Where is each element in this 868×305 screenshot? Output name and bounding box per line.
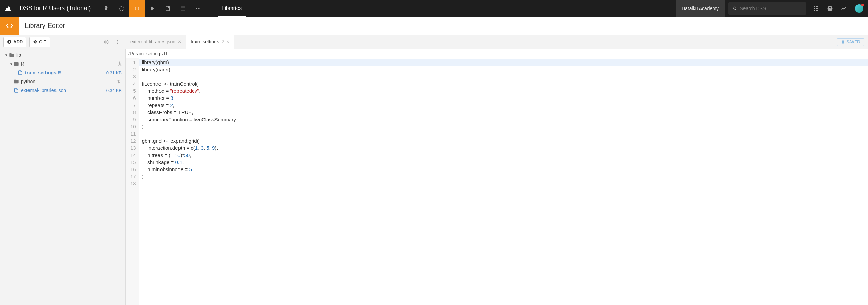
svg-rect-13 (816, 8, 817, 9)
top-navbar: DSS for R Users (Tutorial) Libraries Dat… (0, 0, 868, 17)
current-page-label[interactable]: Libraries (218, 0, 246, 17)
tab-train-settings[interactable]: train_settings.R× (186, 35, 234, 49)
play-nav-icon[interactable] (145, 0, 160, 17)
svg-point-20 (104, 40, 108, 44)
sidebar-more-icon[interactable] (113, 38, 122, 47)
search-input[interactable] (740, 6, 802, 11)
folder-icon (14, 61, 19, 67)
file-size: 0.31 KB (106, 70, 122, 75)
search-icon (732, 6, 737, 11)
svg-point-6 (196, 8, 197, 8)
editor-toolbar: ADD GIT external-libraries.json× train_s… (0, 35, 868, 49)
tree-file-train-settings[interactable]: train_settings.R 0.31 KB (0, 68, 125, 77)
svg-point-7 (198, 8, 199, 8)
svg-point-8 (199, 8, 200, 8)
svg-rect-15 (814, 10, 815, 11)
code-page-icon (0, 17, 19, 35)
svg-rect-16 (816, 10, 817, 11)
file-size: 0.34 KB (106, 88, 122, 93)
tree-folder-python[interactable]: python ⅌ (0, 77, 125, 86)
svg-rect-17 (817, 10, 818, 11)
nav-icon-group (99, 0, 206, 17)
tab-external-libraries[interactable]: external-libraries.json× (126, 35, 186, 49)
circle-nav-icon[interactable] (114, 0, 129, 17)
flow-icon[interactable] (99, 0, 114, 17)
tree-file-external-libraries[interactable]: external-libraries.json 0.34 KB (0, 86, 125, 95)
tree-folder-r[interactable]: ▼ R ℛ (0, 59, 125, 68)
svg-rect-10 (816, 6, 817, 7)
project-name[interactable]: DSS for R Users (Tutorial) (16, 5, 95, 12)
svg-text:?: ? (829, 6, 831, 10)
svg-rect-14 (817, 8, 818, 9)
layout-nav-icon[interactable] (175, 0, 190, 17)
svg-rect-9 (814, 6, 815, 7)
academy-button[interactable]: Dataiku Academy (676, 0, 725, 17)
file-icon (14, 88, 19, 93)
save-nav-icon[interactable] (160, 0, 175, 17)
svg-rect-11 (817, 6, 818, 7)
svg-point-0 (120, 6, 124, 11)
git-button[interactable]: GIT (29, 37, 50, 47)
chevron-down-icon: ▼ (5, 53, 8, 57)
page-subheader: Library Editor (0, 17, 868, 35)
svg-point-24 (117, 43, 118, 44)
app-logo[interactable] (0, 0, 16, 17)
svg-rect-4 (181, 7, 185, 10)
close-icon[interactable]: × (178, 39, 181, 44)
locate-icon[interactable] (102, 38, 111, 47)
svg-point-23 (117, 41, 118, 42)
activity-icon[interactable] (837, 0, 850, 17)
close-icon[interactable]: × (227, 39, 229, 44)
code-area[interactable]: 123456789101112131415161718 library(gbm)… (126, 58, 868, 305)
python-lang-icon: ⅌ (117, 79, 122, 85)
folder-icon (9, 52, 14, 58)
more-nav-icon[interactable] (190, 0, 206, 17)
svg-rect-12 (814, 8, 815, 9)
svg-point-22 (117, 40, 118, 41)
r-lang-icon: ℛ (118, 61, 122, 67)
saved-indicator: SAVED (837, 38, 864, 46)
file-icon (18, 70, 23, 75)
svg-rect-1 (166, 6, 170, 11)
page-title: Library Editor (25, 22, 65, 30)
file-tree-sidebar: ▼ lib ▼ R ℛ train_settings.R 0.31 KB pyt… (0, 49, 126, 305)
chevron-down-icon: ▼ (10, 62, 13, 66)
editor-tabs: external-libraries.json× train_settings.… (126, 35, 868, 49)
help-icon[interactable]: ? (823, 0, 837, 17)
search-box[interactable] (728, 2, 806, 15)
folder-icon (14, 79, 19, 84)
svg-point-21 (106, 41, 107, 43)
user-avatar[interactable] (855, 4, 863, 13)
editor-filepath: /R/train_settings.R (126, 49, 868, 58)
line-number-gutter: 123456789101112131415161718 (126, 58, 139, 305)
code-content[interactable]: library(gbm)library(caret) fit.control <… (139, 58, 868, 305)
apps-icon[interactable] (810, 0, 823, 17)
tree-folder-lib[interactable]: ▼ lib (0, 51, 125, 59)
add-button[interactable]: ADD (3, 37, 26, 47)
toolbar-left: ADD GIT (0, 35, 126, 49)
code-nav-icon[interactable] (129, 0, 145, 17)
code-editor: /R/train_settings.R 12345678910111213141… (126, 49, 868, 305)
